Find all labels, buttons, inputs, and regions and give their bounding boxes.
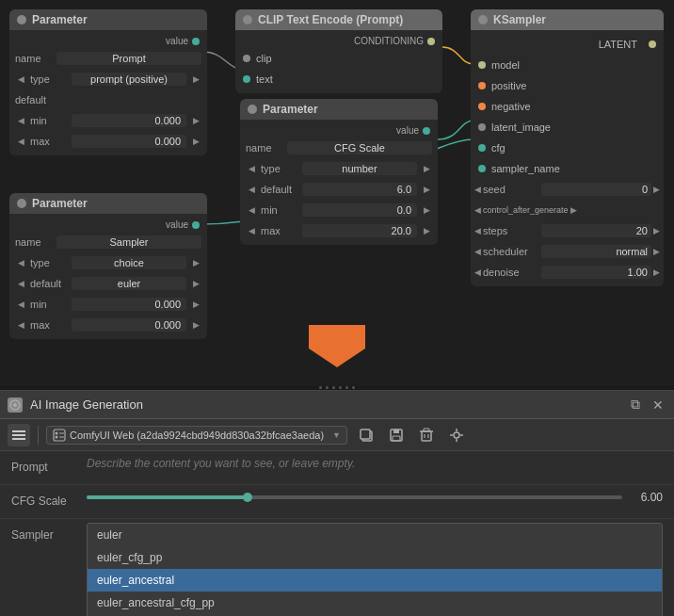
node-ksampler-negative-connector[interactable] xyxy=(478,103,486,110)
node-param1-min-right[interactable]: ▶ xyxy=(190,115,201,126)
node-param2-min-label: min xyxy=(261,204,298,216)
node-ksampler-cfg-connector[interactable] xyxy=(478,144,486,152)
node-param3-name-row: name Sampler xyxy=(9,232,207,252)
toolbar-settings-button[interactable] xyxy=(445,424,468,446)
node-ksampler-steps-right[interactable]: ▶ xyxy=(653,226,660,235)
node-ksampler-model-connector[interactable] xyxy=(478,61,486,69)
node-param3-title: Parameter xyxy=(32,197,88,210)
node-ksampler-steps-label: steps xyxy=(483,225,539,236)
cfg-slider-thumb[interactable] xyxy=(243,493,252,502)
panel-title: AI Image Generation xyxy=(30,397,143,412)
node-ksampler-scheduler-right[interactable]: ▶ xyxy=(653,247,660,256)
node-param3-type-right[interactable]: ▶ xyxy=(190,257,201,268)
node-ksampler-latent-input-label: latent_image xyxy=(491,122,551,133)
node-param3-default-right[interactable]: ▶ xyxy=(190,278,201,289)
node-clip-header: CLIP Text Encode (Prompt) xyxy=(235,9,442,30)
node-param2-min-value: 0.0 xyxy=(302,203,417,217)
prompt-input[interactable] xyxy=(87,457,663,470)
node-ksampler-denoise-right[interactable]: ▶ xyxy=(653,267,660,277)
arrow-down-icon xyxy=(304,320,370,372)
node-ksampler-positive-row: positive xyxy=(471,75,664,96)
node-param3-type-left[interactable]: ◀ xyxy=(15,257,26,268)
node-ksampler-denoise-row: ◀ denoise 1.00 ▶ xyxy=(471,262,664,283)
node-param2-min-left[interactable]: ◀ xyxy=(246,204,257,216)
toolbar-menu-button[interactable] xyxy=(8,424,30,446)
node-param2-output-label: value xyxy=(396,125,419,136)
node-param3-body: value name Sampler ◀ type choice ▶ ◀ def… xyxy=(9,214,207,339)
workflow-dropdown[interactable]: ComfyUI Web (a2da9924cbd949dd830a32bfcae… xyxy=(46,426,347,445)
node-param2-max-right[interactable]: ▶ xyxy=(421,225,432,236)
cfg-slider-container: 6.00 xyxy=(87,491,663,504)
node-param1-max-left[interactable]: ◀ xyxy=(15,136,26,147)
node-param3-max-left[interactable]: ◀ xyxy=(15,319,26,331)
node-clip-dot xyxy=(243,15,252,24)
node-param3-dot xyxy=(17,199,26,208)
node-param2-default-left[interactable]: ◀ xyxy=(246,184,257,195)
node-param2-max-left[interactable]: ◀ xyxy=(246,225,257,236)
node-clip-text-connector[interactable] xyxy=(243,75,250,83)
node-param3-output-connector[interactable] xyxy=(192,221,200,229)
dot-1 xyxy=(319,386,322,389)
node-param1-min-row: ◀ min 0.000 ▶ xyxy=(9,110,207,131)
node-clip-clip-connector[interactable] xyxy=(243,55,250,62)
dots-separator xyxy=(0,386,674,389)
node-param3-min-label: min xyxy=(30,299,68,310)
node-param3-default-row: ◀ default euler ▶ xyxy=(9,273,207,294)
node-param3-min-left[interactable]: ◀ xyxy=(15,299,26,310)
node-ksampler-control-left[interactable]: ◀ xyxy=(474,205,481,215)
sampler-item-euler-ancestral[interactable]: euler_ancestral xyxy=(88,569,662,592)
node-param1-type-right[interactable]: ▶ xyxy=(190,73,201,85)
node-ksampler-scheduler-left[interactable]: ◀ xyxy=(474,247,481,256)
sampler-item-euler[interactable]: euler xyxy=(88,524,662,546)
node-param1-min-left[interactable]: ◀ xyxy=(15,115,26,126)
prompt-row: Prompt xyxy=(0,451,674,485)
node-param2-type-right[interactable]: ▶ xyxy=(421,163,432,174)
node-param2-type-value: number xyxy=(302,162,417,175)
node-ksampler-steps-left[interactable]: ◀ xyxy=(474,226,481,235)
node-ksampler-seed-right[interactable]: ▶ xyxy=(653,185,660,194)
node-param1-output-label: value xyxy=(166,36,188,46)
node-ksampler-seed-label: seed xyxy=(483,184,539,195)
node-param3-max-right[interactable]: ▶ xyxy=(190,319,201,331)
node-param3-min-right[interactable]: ▶ xyxy=(190,299,201,310)
node-param2-default-row: ◀ default 6.0 ▶ xyxy=(240,179,438,200)
node-ksampler-latent-input-connector[interactable] xyxy=(478,123,486,131)
node-ksampler-positive-connector[interactable] xyxy=(478,82,486,89)
node-ksampler-latent-input-row: latent_image xyxy=(471,117,664,138)
panel-close-button[interactable]: ✕ xyxy=(650,397,666,413)
node-param2-default-right[interactable]: ▶ xyxy=(421,184,432,195)
node-ksampler-latent-connector[interactable] xyxy=(649,41,656,48)
node-param3-default-value: euler xyxy=(72,277,186,290)
node-clip-text-label: text xyxy=(256,73,273,85)
panel-restore-button[interactable]: ⧉ xyxy=(627,397,644,413)
toolbar-delete-button[interactable] xyxy=(415,424,438,446)
node-ksampler-control-right[interactable]: ▶ xyxy=(570,205,577,215)
cfg-slider-track[interactable] xyxy=(87,495,622,499)
node-param1-output-connector[interactable] xyxy=(192,38,200,45)
node-param3-default-left[interactable]: ◀ xyxy=(15,278,26,289)
node-ksampler-seed-left[interactable]: ◀ xyxy=(474,185,481,194)
sampler-item-euler-ancestral-cfg-pp[interactable]: euler_ancestral_cfg_pp xyxy=(88,592,662,614)
sampler-item-euler-cfg-pp[interactable]: euler_cfg_pp xyxy=(88,546,662,569)
node-ksampler-control-label: control_after_generate xyxy=(483,205,569,215)
svg-point-7 xyxy=(56,431,58,434)
panel-toolbar: ComfyUI Web (a2da9924cbd949dd830a32bfcae… xyxy=(0,419,674,451)
node-param3-name-value: Sampler xyxy=(56,235,201,249)
node-param1-max-right[interactable]: ▶ xyxy=(190,136,201,147)
cfg-row: CFG Scale 6.00 xyxy=(0,485,674,519)
toolbar-copy-button[interactable] xyxy=(355,424,377,446)
node-param2-type-row: ◀ type number ▶ xyxy=(240,158,438,179)
node-ksampler-negative-row: negative xyxy=(471,96,664,117)
node-param1-name-value: Prompt xyxy=(56,52,201,65)
node-param2-body: value name CFG Scale ◀ type number ▶ ◀ d… xyxy=(240,120,438,245)
node-param2-type-left[interactable]: ◀ xyxy=(246,163,257,174)
toolbar-save-button[interactable] xyxy=(385,424,408,446)
node-param2-min-right[interactable]: ▶ xyxy=(421,204,432,216)
node-param1-title: Parameter xyxy=(32,13,88,26)
node-ksampler-denoise-left[interactable]: ◀ xyxy=(474,267,481,277)
dot-6 xyxy=(352,386,355,389)
node-param2-output-connector[interactable] xyxy=(423,127,430,135)
node-ksampler-sampler-connector[interactable] xyxy=(478,165,486,172)
node-clip-output-connector[interactable] xyxy=(427,38,435,45)
node-param1-type-left[interactable]: ◀ xyxy=(15,73,26,85)
